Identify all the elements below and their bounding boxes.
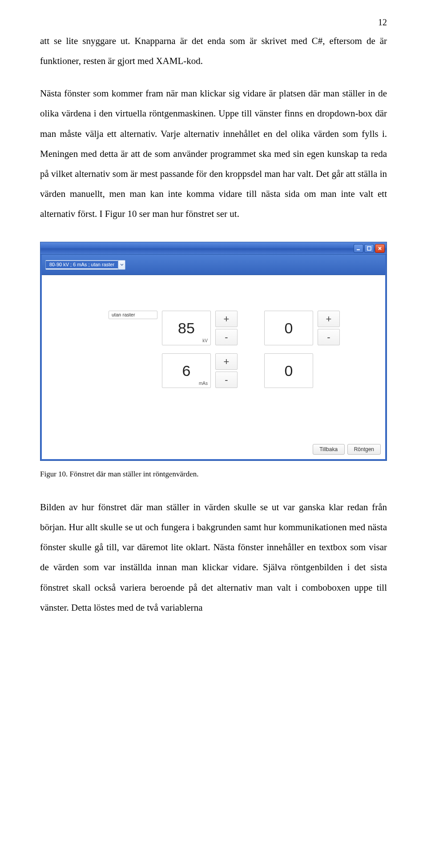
aux1-plus-button[interactable]: + <box>318 311 340 327</box>
aux1-value: 0 <box>285 320 293 336</box>
toolbar-band: 80-90 kV ; 6 mAs ; utan raster <box>42 255 385 275</box>
kv-plus-button[interactable]: + <box>215 311 238 327</box>
window-footer: Tillbaka Röntgen <box>42 444 385 459</box>
app-window: 80-90 kV ; 6 mAs ; utan raster utan rast… <box>40 242 387 461</box>
mas-value: 6 <box>182 363 191 378</box>
svg-rect-0 <box>357 249 360 250</box>
back-button[interactable]: Tillbaka <box>313 444 345 455</box>
mas-display: 6 mAs <box>162 353 211 388</box>
kv-unit: kV <box>202 339 208 343</box>
preset-selected-text: 80-90 kV ; 6 mAs ; utan raster <box>46 261 118 268</box>
raster-label: utan raster <box>109 311 157 319</box>
aux1-display: 0 <box>264 311 313 345</box>
minimize-button[interactable] <box>354 244 363 253</box>
kv-value: 85 <box>178 320 195 336</box>
mas-minus-button[interactable]: - <box>215 372 238 388</box>
value-controls: utan raster 85 kV + - 0 + <box>109 311 372 388</box>
svg-rect-1 <box>367 247 371 250</box>
minimize-icon <box>356 246 361 251</box>
figure-caption: Figur 10. Fönstret där man ställer int r… <box>40 469 387 480</box>
window-body: utan raster 85 kV + - 0 + <box>42 275 385 444</box>
paragraph-3: Bilden av hur fönstret där man ställer i… <box>40 497 387 618</box>
kv-display: 85 kV <box>162 311 211 345</box>
preset-combobox[interactable]: 80-90 kV ; 6 mAs ; utan raster <box>45 260 125 270</box>
window-titlebar <box>40 242 387 255</box>
xray-button[interactable]: Röntgen <box>347 444 381 455</box>
aux2-value: 0 <box>285 363 293 378</box>
figure-10: 80-90 kV ; 6 mAs ; utan raster utan rast… <box>40 242 387 461</box>
chevron-down-icon[interactable] <box>118 260 125 269</box>
close-icon <box>378 246 382 251</box>
paragraph-1: att se lite snyggare ut. Knapparna är de… <box>40 31 387 71</box>
page-number: 12 <box>40 18 387 27</box>
kv-minus-button[interactable]: - <box>215 329 238 345</box>
close-button[interactable] <box>375 244 385 253</box>
paragraph-2: Nästa fönster som kommer fram när man kl… <box>40 84 387 224</box>
mas-unit: mAs <box>199 381 208 386</box>
aux1-minus-button[interactable]: - <box>318 329 340 345</box>
maximize-icon <box>367 246 371 251</box>
maximize-button[interactable] <box>364 244 374 253</box>
aux2-display: 0 <box>264 353 313 388</box>
mas-plus-button[interactable]: + <box>215 353 238 370</box>
